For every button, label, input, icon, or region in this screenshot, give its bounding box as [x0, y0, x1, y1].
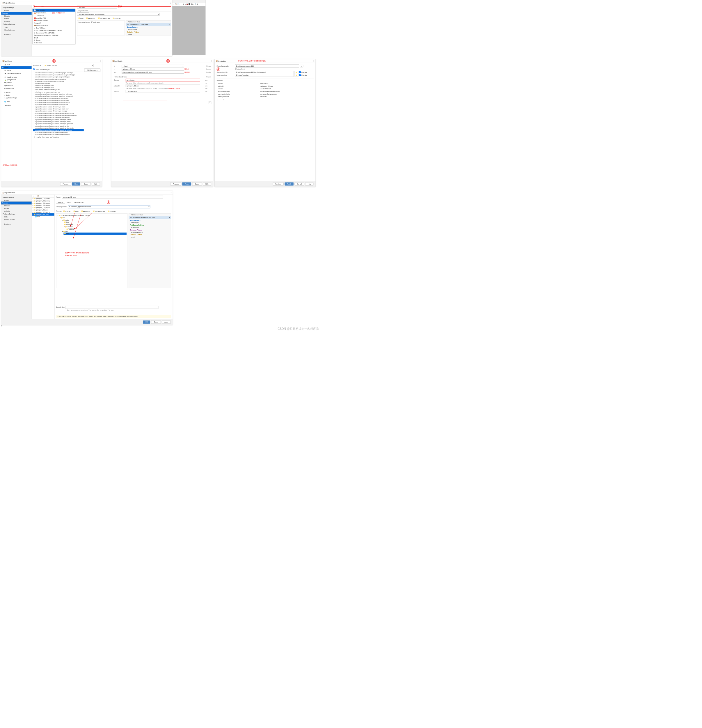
fw-ejb[interactable]: E EJB — [33, 37, 75, 39]
cat-microprofile[interactable]: ◐ MicroProfile — [1, 87, 32, 90]
tree-webapp[interactable]: ▾ 📁 webapp — [63, 226, 127, 228]
archetype-item[interactable]: › net.databinder:data-app — [33, 82, 84, 84]
menu-new-module[interactable]: 📄 New Module… — [33, 9, 75, 12]
remove-icon[interactable]: − — [36, 6, 37, 7]
previous-button[interactable]: Previous — [170, 182, 181, 185]
close-icon[interactable]: × — [169, 23, 170, 25]
plus-icon[interactable]: + — [209, 102, 211, 104]
override-repo[interactable]: Override — [299, 75, 307, 76]
archetype-item[interactable]: › org.apache.camel.archetypes:camel-arch… — [33, 97, 84, 99]
cancel-button[interactable]: Cancel — [81, 182, 91, 185]
fw-arq-junit[interactable]: 🔴 Arquillian JUnit — [33, 17, 75, 20]
sidebar-sdks[interactable]: SDKs — [1, 216, 32, 218]
tab-sources[interactable]: Sources — [56, 201, 65, 204]
archetype-item[interactable]: › net.sf.maven-sar:maven-archetype-sar — [33, 91, 84, 93]
cancel-button[interactable]: Cancel — [192, 182, 202, 185]
sidebar-facets[interactable]: Facets — [1, 17, 32, 20]
exclude-files-input[interactable] — [65, 306, 158, 309]
source-folder-path[interactable]: src\main\java — [126, 29, 170, 30]
archetype-item[interactable]: › org.apache.maven.archetypes:maven-arch… — [33, 120, 84, 123]
cat-gradle[interactable]: 🐘 Gradle — [1, 69, 32, 72]
mark-excluded[interactable]: 📁 Excluded — [112, 17, 121, 20]
module-web[interactable]: 🌐 Web — [34, 216, 55, 218]
archetype-item[interactable]: › org.apache.maven.archetypes:maven-arch… — [33, 114, 84, 116]
archetype-list[interactable]: › com.atlassian.maven.archetypes:bamboo-… — [33, 72, 84, 136]
tree-java[interactable]: 📁 java — [63, 221, 127, 224]
fw-hibernate[interactable]: H Hibernate — [33, 42, 75, 44]
cat-micronaut[interactable]: Ⓜ Micronaut — [1, 84, 32, 87]
tree-root[interactable]: ▾ 📁 D:\workspace\springmvc\springmvc_08_… — [57, 215, 127, 217]
parent-select[interactable]: <None> — [122, 65, 184, 68]
finish-button[interactable]: Finish — [182, 182, 191, 185]
tree-main[interactable]: ▾ 📁 main — [61, 219, 127, 221]
apply-button[interactable]: Apply — [162, 321, 170, 324]
sidebar-problems[interactable]: Problems — [1, 223, 32, 225]
module-item[interactable]: › 📁 springmvc_01_quickst — [32, 198, 55, 200]
archetype-item[interactable]: › com.atlassian.maven.archetypes:conflue… — [33, 74, 84, 76]
archetype-item[interactable]: › com.atlassian.maven.archetypes:bamboo-… — [33, 72, 84, 74]
archetype-item[interactable]: › org.apache.camel.archetypes:camel-arch… — [33, 93, 84, 95]
archetype-item[interactable]: › org.apache.cocoon:cocoon-22-archetype-… — [33, 108, 84, 110]
close-icon[interactable]: × — [170, 2, 171, 4]
archetype-item[interactable]: › net.liftweb:lift-archetype-blank — [33, 87, 84, 89]
add-icon[interactable]: + — [33, 6, 35, 7]
fw-connector[interactable]: 🔌 Connector Architecture (JSR 322) — [33, 34, 75, 37]
content-root-path[interactable]: D:\...\springmvc_07_rest_case × — [126, 23, 170, 26]
finish-button[interactable]: Finish — [284, 182, 294, 185]
mark-test-resources[interactable]: 📁 Test Resources — [97, 17, 111, 20]
archetype-item[interactable]: › net.liftweb:lift-archetype-basic — [33, 84, 84, 87]
create-archetype-check[interactable]: Create from archetype — [33, 69, 49, 71]
mark-sources[interactable]: 📁 Sources — [62, 210, 71, 212]
cat-java-ee[interactable]: ☕ Java Enterprise — [1, 76, 32, 79]
repo-input[interactable] — [235, 74, 294, 77]
sidebar-artifacts[interactable]: Artifacts — [1, 20, 32, 23]
cat-maven[interactable]: Ⓜ Maven — [1, 66, 32, 69]
fw-cdi[interactable]: C CDI: Contexts and Dependency Injection — [33, 29, 75, 32]
cat-quarkus[interactable]: ⬢ Quarkus — [1, 81, 32, 84]
archetype-item[interactable]: › org.apache.maven.archetypes:maven-arch… — [33, 116, 84, 118]
module-item[interactable]: › 📁 springmvc_04_reques — [32, 204, 55, 207]
cat-intellij-plugin[interactable]: 🔌 IntelliJ Platform Plugin — [1, 72, 32, 75]
cat-app-forge[interactable]: ○ Application Forge — [1, 96, 32, 99]
name-input[interactable] — [122, 68, 184, 71]
cancel-button[interactable]: Cancel — [295, 182, 304, 185]
previous-button[interactable]: Previous — [60, 182, 71, 185]
cat-groovy[interactable]: ● Groovy — [1, 91, 32, 94]
cancel-button[interactable]: Cancel — [151, 321, 161, 324]
mark-resources[interactable]: 📁 Resources — [80, 210, 91, 212]
archetype-item[interactable]: › org.apache.cocoon:cocoon-22-archetype-… — [33, 105, 84, 108]
home-input[interactable] — [235, 65, 299, 68]
module-item[interactable]: › 📁 springmvc_02_bean_l — [32, 200, 55, 202]
module-name-input[interactable] — [77, 6, 117, 9]
module-item[interactable]: › 📁 springmvc_03_reques — [32, 202, 55, 204]
add-content-root[interactable]: + Add Content Root — [126, 20, 170, 23]
content-root[interactable]: D:\...\springmvc\springmvc_08_ssm × — [128, 216, 171, 219]
tree-test[interactable]: ▾ 📁 test — [61, 230, 127, 233]
tree-test-java[interactable]: 📁 java — [63, 233, 127, 235]
mark-resources[interactable]: 📁 Resources — [85, 17, 96, 20]
name-input[interactable] — [62, 196, 163, 198]
tab-paths[interactable]: Paths — [65, 201, 72, 204]
cat-javascript[interactable]: JavaScript — [1, 104, 32, 107]
test-source-folder[interactable]: src\test\java — [128, 227, 171, 228]
help-button[interactable]: Help — [203, 182, 211, 185]
add-icon[interactable]: + — [216, 99, 219, 101]
archetype-item[interactable]: › org.apache.maven.archetypes:maven-arch… — [33, 123, 84, 125]
ok-button[interactable]: OK — [143, 321, 150, 324]
cat-grails[interactable]: ● Grails — [1, 94, 32, 96]
fw-aspectj[interactable]: A AspectJ — [33, 22, 75, 24]
close-icon[interactable]: × — [169, 217, 170, 218]
archetype-item[interactable]: › org.apache.maven.archetypes:maven-arch… — [33, 125, 84, 127]
close-icon[interactable]: × — [100, 60, 101, 62]
module-item[interactable]: › 📁 springmvc_07_rest_ca — [32, 211, 55, 213]
mark-tests[interactable]: 📁 Tests — [72, 210, 79, 212]
fw-arq-testng[interactable]: 🔴 Arquillian TestNG — [33, 19, 75, 22]
sidebar-modules[interactable]: Modules — [1, 201, 32, 204]
previous-button[interactable]: Previous — [273, 182, 284, 185]
archetype-item[interactable]: › org.apache.camel.archetypes:camel-arch… — [33, 99, 84, 101]
remove-icon[interactable]: − — [35, 195, 36, 196]
artifactid-input[interactable] — [126, 84, 200, 87]
browse-icon[interactable]: 📁 — [295, 74, 298, 77]
sidebar-libraries[interactable]: Libraries — [1, 204, 32, 207]
fw-concurrency[interactable]: ⚙ Concurrency Utils (JSR 236) — [33, 32, 75, 34]
